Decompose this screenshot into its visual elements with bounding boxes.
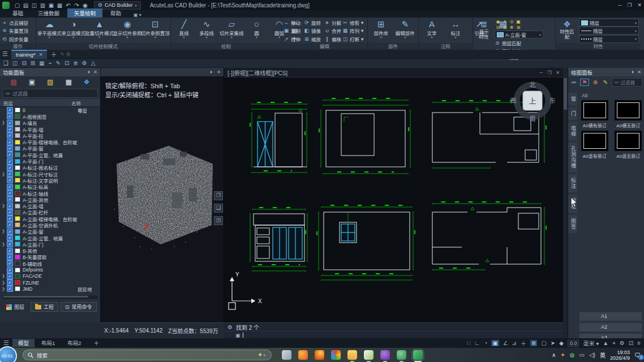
tray-network-app-icon[interactable]: ◍: [570, 352, 575, 358]
edit-偏移-button[interactable]: ∥偏移: [324, 35, 341, 42]
undo-icon[interactable]: ↶: [64, 2, 72, 8]
viewport-close-icon[interactable]: ✕: [556, 70, 560, 75]
layout-tab-布局2[interactable]: 布局2: [62, 339, 87, 347]
layer-thaw-icon[interactable]: ⊠: [503, 25, 507, 30]
layout-tab-布局1[interactable]: 布局1: [36, 339, 61, 347]
edit-修剪-button[interactable]: ✂修剪▾: [342, 19, 366, 27]
otrack-icon[interactable]: ⊿: [512, 340, 517, 346]
menu-icon[interactable]: ≡: [637, 340, 641, 346]
edit-打断-button[interactable]: ◫打断▾: [342, 35, 366, 42]
save-as-icon[interactable]: ▥: [38, 2, 47, 8]
layer-visibility-checkbox[interactable]: ✓: [7, 126, 13, 132]
edit-移动-button[interactable]: ↔移动: [284, 19, 300, 27]
expand-icon[interactable]: ❯: [0, 287, 7, 291]
layer-row[interactable]: ❯✓A-立面-门: [0, 241, 100, 247]
green-sphere-app-icon[interactable]: [397, 350, 406, 360]
preview-icon[interactable]: ▣: [29, 78, 35, 86]
palette-filter-input[interactable]: ≔ 过滤器: [612, 78, 642, 87]
media-app-icon[interactable]: [380, 350, 390, 360]
layer-select-dropdown[interactable]: A-立面-窗▾: [495, 31, 543, 38]
ribbon-tab-三维数据[interactable]: 三维数据: [31, 8, 66, 18]
pin-icon[interactable]: ⏵: [88, 70, 90, 75]
firefox-icon[interactable]: [315, 350, 324, 360]
parts-部件库-button[interactable]: ⊞部件库▾: [370, 19, 392, 43]
palette-tab-电梯[interactable]: 电梯: [568, 122, 577, 140]
op-矢量置顶-button[interactable]: ≋矢量置顶: [2, 27, 34, 35]
chrome-icon[interactable]: [331, 350, 341, 360]
draw-切片采集线-button[interactable]: ▱切片采集线▾: [218, 19, 246, 43]
draw-多段线-button[interactable]: ∿多段线▾: [195, 19, 218, 43]
layer-visibility-checkbox[interactable]: ✓: [7, 216, 13, 222]
layer-visibility-checkbox[interactable]: ✓: [7, 165, 13, 171]
display-icon[interactable]: ▭: [579, 352, 584, 358]
match-properties-button[interactable]: ❖ 特性匹配: [557, 19, 577, 43]
expand-icon[interactable]: ❯: [0, 204, 7, 208]
layer-visibility-checkbox[interactable]: ✓: [7, 203, 13, 209]
close-button[interactable]: ✕: [637, 2, 642, 8]
fullscreen-icon[interactable]: ⊡: [65, 60, 69, 66]
expand-icon[interactable]: ❯: [0, 172, 7, 176]
viewport-2h-icon[interactable]: ⊟: [22, 60, 26, 66]
settings-icon[interactable]: ⚙: [82, 60, 87, 66]
drawing-canvas[interactable]: .dim{stroke:#00d400;stroke-width:0.7;mar…: [224, 77, 563, 322]
block-thumbnail[interactable]: A0竖无装订: [613, 131, 644, 159]
close-icon[interactable]: ✕: [93, 70, 97, 75]
layer-visibility-checkbox[interactable]: ✓: [7, 196, 13, 202]
tray-app-icon[interactable]: ✦: [560, 352, 565, 358]
grid-icon[interactable]: ∷: [467, 340, 470, 346]
command-gear-icon[interactable]: ⚙: [227, 324, 233, 330]
block-thumbnail[interactable]: A0横有装订: [579, 100, 610, 128]
panel-tab-图层[interactable]: 图层: [2, 303, 28, 311]
pin-icon[interactable]: ⏵: [210, 70, 212, 75]
layer-row[interactable]: ✓A-标注-轴线: [0, 190, 100, 196]
layer-visibility-checkbox[interactable]: ✓: [7, 279, 13, 286]
layer-row[interactable]: ✓A-立面-空调外机: [0, 222, 100, 228]
edit-旋转-button[interactable]: ⟳旋转: [304, 19, 321, 27]
slice-单平面模式-button[interactable]: ☁单平面模式▾: [38, 19, 61, 43]
palette-tab-标注[interactable]: 标注: [568, 174, 577, 192]
precision-value[interactable]: 0.0: [568, 340, 579, 347]
layer-filter-input[interactable]: ≔ 过滤器: [2, 89, 98, 98]
document-tab-training[interactable]: training* ✕: [11, 50, 48, 59]
panel-tab-工程[interactable]: 工程: [31, 302, 58, 312]
layer-unlock-icon[interactable]: ❄: [510, 25, 514, 30]
redo-icon[interactable]: ↷: [72, 2, 81, 8]
globe-icon[interactable]: ❖: [84, 78, 90, 86]
block-thumbnail[interactable]: A0横无装订: [613, 100, 644, 128]
layer-row[interactable]: ✓B-矢量提取: [0, 254, 100, 260]
viewport-single-icon[interactable]: ❑: [3, 60, 8, 66]
layer-lock-icon[interactable]: ⊙: [510, 19, 514, 24]
layer-row[interactable]: ✓A-立面-楼梯电梯、台阶坡道: [0, 216, 100, 222]
layer-visibility-checkbox[interactable]: ✓: [7, 177, 13, 183]
viewport-2v-icon[interactable]: ◫: [12, 60, 18, 66]
viewport-label[interactable]: [-][俯视][二维线框][PCS]: [227, 68, 287, 77]
annotation-icon[interactable]: ◆: [559, 340, 564, 346]
unit-dropdown[interactable]: 毫米 ▾: [583, 339, 599, 347]
layer-visibility-checkbox[interactable]: ✓: [7, 145, 13, 152]
viewport-3-icon[interactable]: ⊞: [31, 60, 35, 66]
clock[interactable]: 19:03 2026/4/9: [610, 350, 630, 361]
edit-缩放-button[interactable]: ⊞缩放: [304, 35, 321, 42]
ime-indicator[interactable]: 英: [600, 351, 606, 359]
layout-tab-＋[interactable]: ＋: [88, 339, 105, 347]
layer-off-icon[interactable]: ⊟: [496, 25, 500, 30]
horizontal-scrollbar[interactable]: [2, 295, 98, 300]
layer-row[interactable]: ✓A-平面-楼梯电梯、台阶坡道: [0, 139, 100, 145]
parts-编辑部件-button[interactable]: ✎编辑部件▾: [394, 19, 417, 43]
edit-view-icon[interactable]: ✎: [56, 60, 61, 66]
layer-visibility-checkbox[interactable]: ✓: [7, 286, 13, 292]
block-thumbnail[interactable]: A0竖有装订: [579, 131, 610, 159]
expand-icon[interactable]: ❯: [0, 120, 7, 125]
edit-拉伸-button[interactable]: ↗拉伸: [284, 35, 300, 42]
file-explorer-icon[interactable]: [347, 350, 357, 360]
browser-orange-icon[interactable]: [298, 350, 308, 360]
ribbon-collapse-icon[interactable]: ▣ ▾: [134, 12, 141, 18]
layer-row[interactable]: ❯✓FZLINE: [0, 279, 100, 286]
new-tab-button[interactable]: ＋: [50, 50, 57, 59]
tray-expand-icon[interactable]: ∧: [552, 352, 556, 358]
layer-visibility-checkbox[interactable]: ✓: [7, 235, 13, 241]
layer-visibility-checkbox[interactable]: ✓: [7, 158, 13, 165]
layer-row[interactable]: ❯✓JMD居民地: [0, 286, 100, 292]
layer-row[interactable]: ✓A-平面-墙: [0, 126, 100, 132]
layer-row[interactable]: ✓A-平面-门: [0, 158, 100, 164]
